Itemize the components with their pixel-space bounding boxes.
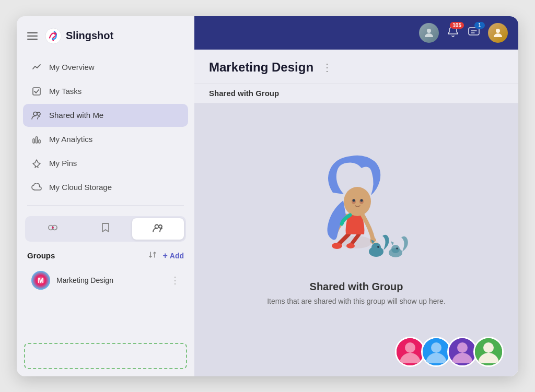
- empty-illustration: [299, 153, 414, 268]
- tab-groups[interactable]: [132, 218, 184, 240]
- svg-point-17: [496, 29, 500, 33]
- tasks-icon: [31, 86, 42, 97]
- sidebar-item-tasks[interactable]: My Tasks: [23, 80, 188, 103]
- svg-rect-6: [36, 137, 38, 143]
- messages-button[interactable]: 1: [467, 25, 481, 41]
- svg-marker-36: [391, 241, 394, 245]
- svg-rect-16: [469, 28, 479, 35]
- spaces-icon: [48, 223, 58, 235]
- groups-actions: + Add: [148, 250, 184, 262]
- sidebar-header: Slingshot: [17, 16, 194, 54]
- bottom-avatar-4: [473, 337, 504, 367]
- group-avatar-marketing: M: [31, 271, 50, 290]
- svg-point-15: [427, 29, 431, 33]
- topbar-avatar-left[interactable]: [419, 23, 439, 43]
- sort-icon[interactable]: [148, 250, 157, 262]
- app-name: Slingshot: [66, 30, 113, 42]
- svg-rect-2: [33, 88, 40, 95]
- tab-bar: [25, 216, 186, 242]
- sidebar-item-cloud[interactable]: My Cloud Storage: [23, 176, 188, 199]
- sidebar-item-tasks-label: My Tasks: [49, 87, 82, 96]
- svg-point-10: [52, 227, 54, 229]
- group-item-marketing[interactable]: M Marketing Design ⋮: [21, 266, 190, 295]
- svg-point-42: [457, 342, 468, 353]
- group-name-marketing: Marketing Design: [56, 276, 164, 284]
- groups-icon: [153, 223, 164, 235]
- empty-title: Shared with Group: [310, 281, 403, 293]
- content-sub-header: Shared with Group: [194, 84, 518, 103]
- svg-point-34: [391, 245, 400, 253]
- svg-point-28: [360, 199, 363, 201]
- empty-state: Shared with Group Items that are shared …: [194, 103, 518, 376]
- page-title: Marketing Design: [209, 60, 313, 75]
- sidebar-item-cloud-label: My Cloud Storage: [49, 183, 112, 192]
- svg-point-3: [33, 112, 37, 115]
- svg-point-27: [353, 199, 355, 201]
- empty-subtitle: Items that are shared with this group wi…: [267, 297, 446, 305]
- svg-text:M: M: [38, 276, 44, 284]
- groups-title: Groups: [27, 251, 55, 260]
- tab-bookmarks[interactable]: [80, 218, 132, 240]
- svg-rect-5: [33, 139, 34, 143]
- svg-point-12: [159, 225, 162, 228]
- svg-point-0: [45, 28, 61, 43]
- bottom-avatars: [395, 337, 504, 367]
- sidebar: Slingshot My Overview: [17, 16, 194, 376]
- add-label: Add: [170, 252, 184, 260]
- dashed-drop-zone: [24, 343, 187, 369]
- sidebar-item-pins-label: My Pins: [49, 159, 77, 168]
- add-group-button[interactable]: + Add: [162, 251, 184, 260]
- groups-header: Groups + Add: [17, 246, 194, 266]
- logo-wrapper: Slingshot: [45, 28, 113, 44]
- overview-icon: [31, 62, 42, 73]
- svg-point-4: [37, 112, 40, 115]
- sidebar-item-pins[interactable]: My Pins: [23, 152, 188, 175]
- svg-point-40: [431, 342, 441, 353]
- analytics-icon: [31, 134, 42, 145]
- topbar-avatar-right[interactable]: [488, 23, 508, 43]
- svg-point-44: [483, 342, 494, 353]
- sidebar-item-shared[interactable]: Shared with Me: [23, 104, 188, 127]
- content-header: Marketing Design ⋮: [194, 50, 518, 84]
- notifications-button[interactable]: 105: [446, 25, 460, 41]
- svg-point-1: [54, 32, 56, 34]
- sidebar-item-overview[interactable]: My Overview: [23, 56, 188, 79]
- nav-items: My Overview My Tasks: [17, 54, 194, 201]
- sidebar-divider: [27, 205, 184, 206]
- main-content: 105 1 Marketing Design: [194, 16, 518, 376]
- topbar: 105 1: [194, 16, 518, 50]
- plus-icon: +: [162, 251, 167, 260]
- svg-point-20: [346, 243, 355, 248]
- sidebar-item-shared-label: Shared with Me: [49, 111, 103, 120]
- cloud-icon: [31, 182, 42, 193]
- pins-icon: [31, 158, 42, 169]
- svg-point-24: [344, 187, 371, 216]
- svg-point-35: [396, 247, 398, 250]
- tab-spaces[interactable]: [27, 218, 79, 240]
- notifications-count: 105: [450, 22, 464, 29]
- svg-point-31: [377, 246, 379, 248]
- shared-icon: [31, 110, 42, 121]
- sidebar-item-analytics-label: My Analytics: [49, 135, 92, 144]
- svg-point-19: [332, 243, 342, 249]
- messages-count: 1: [474, 22, 485, 29]
- sub-header-label: Shared with Group: [209, 89, 279, 98]
- bookmarks-icon: [101, 222, 110, 235]
- logo-icon: [45, 28, 62, 44]
- content-more-icon[interactable]: ⋮: [322, 61, 332, 74]
- svg-rect-7: [39, 140, 40, 143]
- sidebar-item-analytics[interactable]: My Analytics: [23, 128, 188, 151]
- svg-point-38: [405, 342, 415, 353]
- hamburger-icon[interactable]: [27, 32, 38, 40]
- sidebar-item-overview-label: My Overview: [49, 63, 95, 72]
- group-more-icon[interactable]: ⋮: [170, 275, 180, 286]
- svg-point-30: [371, 243, 381, 252]
